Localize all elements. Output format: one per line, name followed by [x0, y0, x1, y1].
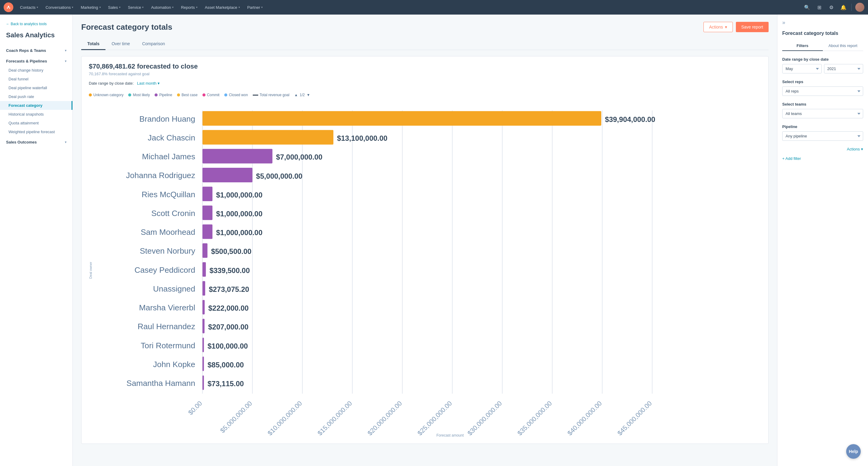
right-panel: » Forecast category totals Filters About… — [777, 14, 868, 466]
user-avatar[interactable] — [855, 3, 864, 12]
svg-text:$30,000,000.00: $30,000,000.00 — [466, 400, 503, 437]
svg-rect-35 — [203, 168, 252, 182]
svg-text:Sam Moorhead: Sam Moorhead — [141, 228, 195, 237]
pipeline-select[interactable]: Any pipeline — [782, 132, 863, 141]
filter-pipeline: Pipeline Any pipeline — [782, 124, 863, 141]
svg-text:$0.00: $0.00 — [187, 400, 204, 416]
svg-text:$1,000,000.00: $1,000,000.00 — [216, 229, 262, 237]
sidebar-section-forecasts: Forecasts & Pipelines ▾ Deal change hist… — [0, 56, 72, 136]
svg-text:$73,115.00: $73,115.00 — [208, 380, 244, 388]
bar-chart-container: Deal owner $0.00$5,000,000.00$10,000,000… — [89, 103, 761, 437]
year-select[interactable]: 2021 2019 2020 2022 2023 — [824, 64, 864, 74]
tab-over-time[interactable]: Over time — [105, 38, 136, 50]
nav-automation[interactable]: Automation▾ — [148, 3, 177, 11]
sidebar-section-header-sales-outcomes[interactable]: Sales Outcomes ▾ — [0, 138, 72, 147]
svg-text:$1,000,000.00: $1,000,000.00 — [216, 210, 262, 218]
nav-reports[interactable]: Reports▾ — [178, 3, 200, 11]
reps-select[interactable]: All reps — [782, 86, 863, 96]
tab-comparison[interactable]: Comparison — [136, 38, 171, 50]
x-axis-title: Forecast amount — [139, 433, 761, 437]
legend-item-commit: Commit — [203, 93, 219, 97]
sidebar-section-header-forecasts[interactable]: Forecasts & Pipelines ▾ — [0, 56, 72, 66]
filter-reps: Select reps All reps — [782, 80, 863, 96]
sidebar-item-quota-attainment[interactable]: Quota attainment — [0, 119, 72, 127]
filter-date-range: Date range by close date May January Feb… — [782, 57, 863, 74]
legend-item-best-case: Best case — [177, 93, 197, 97]
header-actions: Actions ▾ Save report — [704, 22, 769, 32]
legend-dot-commit — [203, 93, 206, 96]
apps-icon[interactable]: ⊞ — [815, 3, 824, 11]
nav-sales[interactable]: Sales▾ — [105, 3, 124, 11]
svg-text:$273,075.20: $273,075.20 — [209, 285, 249, 293]
sidebar-section-header-coach[interactable]: Coach Reps & Teams ▾ — [0, 46, 72, 55]
svg-text:Casey Peddicord: Casey Peddicord — [134, 265, 195, 274]
filter-actions-link[interactable]: Actions ▾ — [782, 147, 863, 151]
hubspot-logo[interactable] — [4, 2, 13, 12]
topnav: Contacts▾ Conversations▾ Marketing▾ Sale… — [0, 0, 868, 14]
nav-marketing[interactable]: Marketing▾ — [78, 3, 104, 11]
panel-tab-filters[interactable]: Filters — [782, 41, 823, 51]
add-filter-button[interactable]: + Add filter — [782, 155, 863, 162]
svg-text:$45,000,000.00: $45,000,000.00 — [616, 400, 653, 437]
teams-select[interactable]: All teams — [782, 109, 863, 118]
report-tabs: Totals Over time Comparison — [81, 38, 769, 50]
legend-dot-unknown — [89, 93, 92, 96]
report-card: $70,869,481.62 forecasted to close 70,16… — [81, 56, 769, 444]
nav-contacts[interactable]: Contacts▾ — [17, 3, 41, 11]
svg-text:Samantha Hamann: Samantha Hamann — [126, 379, 195, 388]
sidebar: ← Back to analytics tools Sales Analytic… — [0, 14, 73, 466]
svg-rect-47 — [203, 243, 208, 258]
legend-nav: ▲ 1/2 ▼ — [294, 93, 310, 97]
svg-rect-32 — [203, 149, 273, 164]
panel-tab-about[interactable]: About this report — [823, 41, 864, 51]
sidebar-item-forecast-category[interactable]: Forecast category — [0, 101, 72, 110]
back-to-analytics-link[interactable]: ← Back to analytics tools — [0, 20, 72, 31]
help-button[interactable]: Help — [846, 444, 861, 459]
sidebar-item-deal-push-rate[interactable]: Deal push rate — [0, 92, 72, 101]
y-axis-label: Deal owner — [89, 262, 92, 279]
svg-text:$339,500.00: $339,500.00 — [210, 266, 250, 274]
date-range-link[interactable]: Last month ▾ — [137, 81, 160, 86]
notifications-icon[interactable]: 🔔 — [839, 3, 848, 11]
legend-dot-best-case — [177, 93, 180, 96]
sidebar-item-deal-funnel[interactable]: Deal funnel — [0, 75, 72, 83]
nav-asset-marketplace[interactable]: Asset Marketplace▾ — [202, 3, 243, 11]
sidebar-item-weighted-pipeline-forecast[interactable]: Weighted pipeline forecast — [0, 127, 72, 136]
svg-rect-38 — [203, 186, 213, 201]
save-report-button[interactable]: Save report — [736, 22, 769, 32]
svg-rect-50 — [203, 262, 206, 277]
tab-totals[interactable]: Totals — [81, 38, 105, 50]
nav-partner[interactable]: Partner▾ — [244, 3, 266, 11]
sidebar-item-deal-change-history[interactable]: Deal change history — [0, 66, 72, 75]
chart-legend: Unknown category Most likely Pipeline Be… — [89, 90, 761, 99]
svg-text:$40,000,000.00: $40,000,000.00 — [566, 400, 603, 437]
dropdown-icon: ▾ — [158, 81, 160, 86]
svg-text:$85,000.00: $85,000.00 — [208, 361, 244, 369]
svg-text:$39,904,000.00: $39,904,000.00 — [605, 115, 655, 123]
month-select[interactable]: May January February March April June Ju… — [782, 64, 822, 74]
svg-rect-68 — [203, 376, 204, 390]
svg-rect-65 — [203, 356, 204, 371]
chart-area: $0.00$5,000,000.00$10,000,000.00$15,000,… — [94, 103, 761, 437]
svg-rect-59 — [203, 319, 205, 333]
svg-text:$100,000.00: $100,000.00 — [208, 342, 248, 350]
chevron-down-icon: ▾ — [65, 141, 66, 144]
sidebar-section-coach: Coach Reps & Teams ▾ — [0, 46, 72, 55]
svg-text:$5,000,000.00: $5,000,000.00 — [256, 172, 303, 180]
svg-text:$15,000,000.00: $15,000,000.00 — [316, 400, 353, 437]
sidebar-item-deal-pipeline-waterfall[interactable]: Deal pipeline waterfall — [0, 83, 72, 92]
svg-text:$7,000,000.00: $7,000,000.00 — [276, 153, 322, 161]
nav-service[interactable]: Service▾ — [125, 3, 147, 11]
settings-icon[interactable]: ⚙ — [827, 3, 836, 11]
expand-panel-button[interactable]: » — [782, 20, 863, 26]
svg-point-0 — [8, 6, 9, 7]
nav-conversations[interactable]: Conversations▾ — [42, 3, 76, 11]
legend-prev-button[interactable]: ▲ — [294, 93, 298, 97]
app-layout: ← Back to analytics tools Sales Analytic… — [0, 14, 868, 466]
bar-chart-svg: $0.00$5,000,000.00$10,000,000.00$15,000,… — [94, 103, 761, 423]
sidebar-item-historical-snapshots[interactable]: Historical snapshots — [0, 110, 72, 119]
legend-next-button[interactable]: ▼ — [307, 93, 310, 97]
search-icon[interactable]: 🔍 — [803, 3, 811, 11]
actions-button[interactable]: Actions ▾ — [704, 22, 733, 32]
page-header: Forecast category totals Actions ▾ Save … — [81, 22, 769, 32]
